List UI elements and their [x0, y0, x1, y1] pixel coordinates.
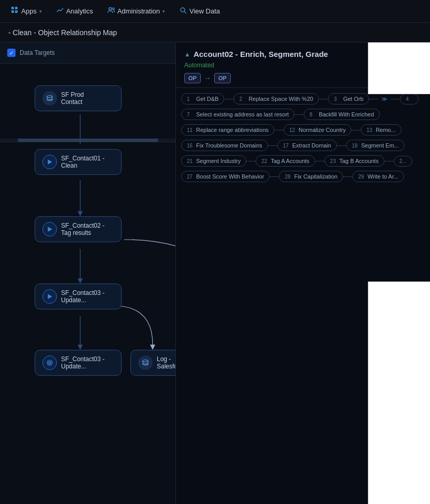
node-sf-contact03-update1[interactable]: SF_Contact03 - Update...: [35, 284, 122, 309]
db-icon-1: [42, 91, 57, 106]
svg-rect-1: [15, 7, 18, 9]
step-item: 3 Get Orb: [328, 93, 369, 105]
step-17[interactable]: 17 Extract Domain: [277, 140, 337, 151]
collapse-icon[interactable]: ▲: [184, 51, 190, 58]
step-item: 22 Tag A Accounts: [256, 155, 315, 167]
left-sidebar: ✓ Data Targets: [0, 42, 176, 504]
svg-rect-4: [12, 8, 13, 8]
search-icon: [180, 7, 187, 16]
workflow-title: Account02 - Enrich, Segment, Grade: [194, 50, 328, 58]
step-overflow[interactable]: ≫: [378, 95, 391, 103]
step-connector: [319, 99, 328, 99]
step-29[interactable]: 29 Write to Ar...: [352, 171, 404, 182]
step-item: 4: [400, 94, 419, 105]
arrows-svg: [0, 64, 175, 500]
nav-administration[interactable]: Administration ▾: [102, 5, 170, 18]
view-data-label: View Data: [189, 7, 220, 15]
step-connector: [274, 130, 284, 130]
step-connector: [391, 99, 400, 99]
svg-point-25: [49, 362, 50, 363]
step-27[interactable]: 27 Boost Score With Behavior: [181, 171, 270, 182]
steps-area: 1 Get D&B 2 Replace Space With %20 3 Get…: [176, 88, 430, 186]
flow-arrow: →: [204, 74, 211, 82]
step-11[interactable]: 11 Replace range abbreviations: [181, 124, 274, 136]
svg-marker-17: [150, 345, 155, 350]
node-label-log-sf2: Log - Salesforce...: [157, 355, 175, 370]
apps-chevron: ▾: [39, 9, 42, 14]
apps-label: Apps: [21, 7, 37, 15]
step-4[interactable]: 4: [400, 94, 419, 105]
svg-marker-13: [78, 278, 83, 284]
play-icon-1: [42, 155, 57, 169]
step-connector: [315, 161, 324, 161]
right-panel: ▲ Account02 - Enrich, Segment, Grade Aut…: [176, 42, 430, 504]
step-item: 16 Fix Troublesome Domains: [181, 140, 268, 151]
step-13[interactable]: 13 Remo...: [361, 124, 402, 136]
node-sf-prod-contact[interactable]: SF Prod Contact: [35, 85, 122, 111]
analytics-label: Analytics: [66, 7, 93, 15]
step-item: 8 Backfill With Enriched: [304, 109, 379, 120]
graph-canvas: SF Prod Contact SF_Contact01 - Clean: [0, 64, 175, 500]
svg-line-8: [184, 11, 186, 13]
step-18[interactable]: 18 Segment Em...: [346, 140, 405, 151]
step-connector: [351, 130, 361, 130]
steps-row-1: 1 Get D&B 2 Replace Space With %20 3 Get…: [181, 93, 425, 105]
step-item: 13 Remo...: [361, 124, 402, 136]
node-label-sf-contact01: SF_Contact01 - Clean: [61, 155, 105, 169]
step-item: 21 Segment Industry: [181, 155, 246, 167]
node-log-salesforce2[interactable]: Log - Salesforce...: [130, 350, 175, 376]
svg-point-18: [47, 96, 52, 98]
step-item: 28 Fix Capitalization: [279, 171, 343, 182]
step-connector: [268, 145, 277, 146]
step-16[interactable]: 16 Fix Troublesome Domains: [181, 140, 268, 151]
step-item: 2 Replace Space With %20: [233, 93, 319, 105]
nav-view-data[interactable]: View Data: [174, 5, 225, 18]
step-item: 18 Segment Em...: [346, 140, 405, 151]
nav-apps[interactable]: Apps ▾: [6, 5, 47, 18]
node-sf-contact02[interactable]: SF_Contact02 - Tag results: [35, 216, 122, 242]
step-connector: [343, 176, 352, 177]
nav-analytics[interactable]: Analytics: [51, 5, 98, 18]
step-7[interactable]: 7 Select existing address as last resort: [181, 109, 294, 120]
step-item: 23 Tag B Accounts: [324, 155, 384, 167]
step-28[interactable]: 28 Fix Capitalization: [279, 171, 343, 182]
grid-icon: [11, 7, 19, 16]
data-targets-row: ✓ Data Targets: [0, 42, 175, 64]
step-21[interactable]: 21 Segment Industry: [181, 155, 246, 167]
steps-row-3: 11 Replace range abbreviations 12 Normal…: [181, 124, 425, 136]
svg-point-26: [143, 360, 148, 362]
node-sf-contact03-update2[interactable]: SF_Contact03 - Update...: [35, 350, 122, 376]
step-connector: [384, 161, 394, 161]
step-2x[interactable]: 2...: [394, 156, 412, 167]
step-item: 27 Boost Score With Behavior: [181, 171, 270, 182]
svg-rect-3: [15, 10, 18, 13]
white-panel-bottom: [368, 281, 430, 504]
op-badge-right[interactable]: OP: [214, 73, 231, 83]
db-icon-3: [138, 355, 153, 370]
svg-marker-20: [48, 227, 52, 231]
svg-marker-19: [48, 159, 52, 164]
step-2[interactable]: 2 Replace Space With %20: [233, 93, 319, 105]
step-item: 11 Replace range abbreviations: [181, 124, 274, 136]
step-connector: [246, 161, 256, 161]
step-8[interactable]: 8 Backfill With Enriched: [304, 109, 379, 120]
step-item: 2...: [394, 156, 412, 167]
nav-bar: Apps ▾ Analytics Administration ▾: [0, 0, 430, 23]
step-22[interactable]: 22 Tag A Accounts: [256, 155, 315, 167]
node-label-sf-prod-contact: SF Prod Contact: [61, 91, 84, 106]
step-3[interactable]: 3 Get Orb: [328, 93, 369, 105]
step-23[interactable]: 23 Tag B Accounts: [324, 155, 384, 167]
svg-point-7: [181, 8, 185, 12]
data-targets-label: Data Targets: [20, 49, 55, 56]
main-layout: ✓ Data Targets: [0, 42, 430, 504]
data-targets-checkbox[interactable]: ✓: [7, 49, 16, 57]
op-badge-left[interactable]: OP: [184, 73, 201, 83]
step-12[interactable]: 12 Normalize Country: [284, 124, 351, 136]
step-1[interactable]: 1 Get D&B: [181, 93, 224, 105]
step-item: 12 Normalize Country: [284, 124, 351, 136]
step-item: 7 Select existing address as last resort: [181, 109, 294, 120]
svg-marker-11: [78, 211, 83, 216]
node-sf-contact01[interactable]: SF_Contact01 - Clean: [35, 149, 122, 175]
step-item: 1 Get D&B: [181, 93, 224, 105]
target-icon: [42, 355, 57, 370]
